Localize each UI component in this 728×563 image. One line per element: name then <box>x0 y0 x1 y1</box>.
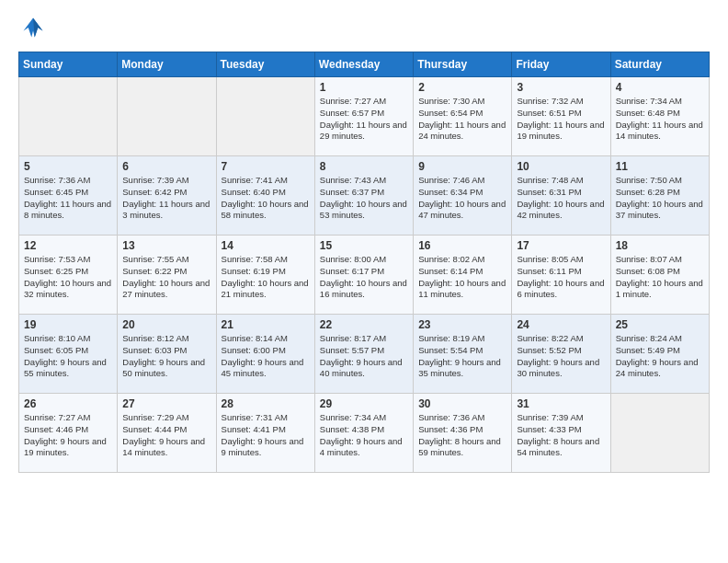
day-info: Sunrise: 8:22 AMSunset: 5:52 PMDaylight:… <box>517 333 605 380</box>
day-info: Sunrise: 7:31 AMSunset: 4:41 PMDaylight:… <box>222 412 310 459</box>
day-info: Sunrise: 8:12 AMSunset: 6:03 PMDaylight:… <box>122 333 210 380</box>
day-number: 25 <box>616 318 704 331</box>
calendar-week-3: 19Sunrise: 8:10 AMSunset: 6:05 PMDayligh… <box>19 315 710 394</box>
day-info: Sunrise: 7:41 AMSunset: 6:40 PMDaylight:… <box>222 175 310 222</box>
day-info: Sunrise: 7:32 AMSunset: 6:51 PMDaylight:… <box>517 96 605 143</box>
calendar-cell: 29Sunrise: 7:34 AMSunset: 4:38 PMDayligh… <box>314 394 413 473</box>
day-number: 1 <box>320 81 408 94</box>
day-number: 16 <box>418 239 506 252</box>
day-info: Sunrise: 7:36 AMSunset: 4:36 PMDaylight:… <box>418 412 506 459</box>
calendar-cell: 26Sunrise: 7:27 AMSunset: 4:46 PMDayligh… <box>19 394 118 473</box>
day-info: Sunrise: 7:34 AMSunset: 6:48 PMDaylight:… <box>616 96 704 143</box>
day-info: Sunrise: 7:34 AMSunset: 4:38 PMDaylight:… <box>320 412 408 459</box>
day-info: Sunrise: 7:50 AMSunset: 6:28 PMDaylight:… <box>616 175 704 222</box>
day-info: Sunrise: 8:02 AMSunset: 6:14 PMDaylight:… <box>418 254 506 301</box>
day-info: Sunrise: 8:17 AMSunset: 5:57 PMDaylight:… <box>320 333 408 380</box>
weekday-header-friday: Friday <box>512 52 610 77</box>
calendar-cell: 24Sunrise: 8:22 AMSunset: 5:52 PMDayligh… <box>512 315 610 394</box>
calendar-cell: 17Sunrise: 8:05 AMSunset: 6:11 PMDayligh… <box>512 236 610 315</box>
day-number: 23 <box>418 318 506 331</box>
calendar-body: 1Sunrise: 7:27 AMSunset: 6:57 PMDaylight… <box>19 77 710 473</box>
weekday-header-sunday: Sunday <box>19 52 118 77</box>
day-info: Sunrise: 7:29 AMSunset: 4:44 PMDaylight:… <box>122 412 210 459</box>
day-info: Sunrise: 7:55 AMSunset: 6:22 PMDaylight:… <box>122 254 210 301</box>
day-info: Sunrise: 7:43 AMSunset: 6:37 PMDaylight:… <box>320 175 408 222</box>
day-info: Sunrise: 7:27 AMSunset: 4:46 PMDaylight:… <box>24 412 112 459</box>
day-info: Sunrise: 8:07 AMSunset: 6:08 PMDaylight:… <box>616 254 704 301</box>
weekday-header-thursday: Thursday <box>414 52 512 77</box>
calendar-cell <box>216 77 314 156</box>
calendar-cell: 12Sunrise: 7:53 AMSunset: 6:25 PMDayligh… <box>19 236 118 315</box>
calendar-cell: 20Sunrise: 8:12 AMSunset: 6:03 PMDayligh… <box>118 315 216 394</box>
day-number: 24 <box>517 318 605 331</box>
calendar-cell: 2Sunrise: 7:30 AMSunset: 6:54 PMDaylight… <box>414 77 512 156</box>
weekday-header-row: SundayMondayTuesdayWednesdayThursdayFrid… <box>19 52 710 77</box>
day-info: Sunrise: 8:14 AMSunset: 6:00 PMDaylight:… <box>222 333 310 380</box>
day-number: 9 <box>418 160 506 173</box>
day-info: Sunrise: 7:30 AMSunset: 6:54 PMDaylight:… <box>418 96 506 143</box>
day-info: Sunrise: 7:48 AMSunset: 6:31 PMDaylight:… <box>517 175 605 222</box>
day-number: 7 <box>222 160 310 173</box>
day-number: 27 <box>122 397 210 410</box>
day-number: 14 <box>222 239 310 252</box>
day-number: 15 <box>320 239 408 252</box>
day-number: 30 <box>418 397 506 410</box>
calendar-cell: 11Sunrise: 7:50 AMSunset: 6:28 PMDayligh… <box>610 156 709 236</box>
day-number: 5 <box>24 160 112 173</box>
day-number: 20 <box>122 318 210 331</box>
day-info: Sunrise: 8:05 AMSunset: 6:11 PMDaylight:… <box>517 254 605 301</box>
day-number: 29 <box>320 397 408 410</box>
day-info: Sunrise: 8:19 AMSunset: 5:54 PMDaylight:… <box>418 333 506 380</box>
day-number: 2 <box>418 81 506 94</box>
day-info: Sunrise: 8:10 AMSunset: 6:05 PMDaylight:… <box>24 333 112 380</box>
calendar-cell: 9Sunrise: 7:46 AMSunset: 6:34 PMDaylight… <box>414 156 512 236</box>
day-info: Sunrise: 8:24 AMSunset: 5:49 PMDaylight:… <box>616 333 704 380</box>
day-info: Sunrise: 7:27 AMSunset: 6:57 PMDaylight:… <box>320 96 408 143</box>
calendar-cell: 6Sunrise: 7:39 AMSunset: 6:42 PMDaylight… <box>118 156 216 236</box>
day-number: 3 <box>517 81 605 94</box>
calendar-week-1: 5Sunrise: 7:36 AMSunset: 6:45 PMDaylight… <box>19 156 710 236</box>
calendar-cell: 19Sunrise: 8:10 AMSunset: 6:05 PMDayligh… <box>19 315 118 394</box>
calendar-cell: 13Sunrise: 7:55 AMSunset: 6:22 PMDayligh… <box>118 236 216 315</box>
calendar-cell: 10Sunrise: 7:48 AMSunset: 6:31 PMDayligh… <box>512 156 610 236</box>
day-info: Sunrise: 7:58 AMSunset: 6:19 PMDaylight:… <box>222 254 310 301</box>
calendar-cell: 18Sunrise: 8:07 AMSunset: 6:08 PMDayligh… <box>610 236 709 315</box>
calendar-cell: 25Sunrise: 8:24 AMSunset: 5:49 PMDayligh… <box>610 315 709 394</box>
calendar-cell: 16Sunrise: 8:02 AMSunset: 6:14 PMDayligh… <box>414 236 512 315</box>
day-info: Sunrise: 7:36 AMSunset: 6:45 PMDaylight:… <box>24 175 112 222</box>
day-number: 6 <box>122 160 210 173</box>
calendar-cell: 22Sunrise: 8:17 AMSunset: 5:57 PMDayligh… <box>314 315 413 394</box>
weekday-header-monday: Monday <box>118 52 216 77</box>
svg-marker-1 <box>33 18 43 38</box>
day-info: Sunrise: 7:39 AMSunset: 6:42 PMDaylight:… <box>122 175 210 222</box>
calendar-cell: 14Sunrise: 7:58 AMSunset: 6:19 PMDayligh… <box>216 236 314 315</box>
weekday-header-saturday: Saturday <box>610 52 709 77</box>
day-number: 21 <box>222 318 310 331</box>
calendar-cell <box>19 77 118 156</box>
calendar-cell: 15Sunrise: 8:00 AMSunset: 6:17 PMDayligh… <box>314 236 413 315</box>
day-number: 17 <box>517 239 605 252</box>
calendar-week-2: 12Sunrise: 7:53 AMSunset: 6:25 PMDayligh… <box>19 236 710 315</box>
calendar-cell <box>118 77 216 156</box>
calendar-cell: 3Sunrise: 7:32 AMSunset: 6:51 PMDaylight… <box>512 77 610 156</box>
calendar-cell: 7Sunrise: 7:41 AMSunset: 6:40 PMDaylight… <box>216 156 314 236</box>
calendar-cell: 31Sunrise: 7:39 AMSunset: 4:33 PMDayligh… <box>512 394 610 473</box>
calendar-cell: 5Sunrise: 7:36 AMSunset: 6:45 PMDaylight… <box>19 156 118 236</box>
day-number: 4 <box>616 81 704 94</box>
calendar-week-0: 1Sunrise: 7:27 AMSunset: 6:57 PMDaylight… <box>19 77 710 156</box>
page: SundayMondayTuesdayWednesdayThursdayFrid… <box>0 0 728 488</box>
calendar-cell: 4Sunrise: 7:34 AMSunset: 6:48 PMDaylight… <box>610 77 709 156</box>
day-number: 22 <box>320 318 408 331</box>
weekday-header-tuesday: Tuesday <box>216 52 314 77</box>
day-number: 12 <box>24 239 112 252</box>
calendar-table: SundayMondayTuesdayWednesdayThursdayFrid… <box>18 52 710 473</box>
calendar-cell: 21Sunrise: 8:14 AMSunset: 6:00 PMDayligh… <box>216 315 314 394</box>
day-number: 26 <box>24 397 112 410</box>
logo-icon <box>18 15 48 40</box>
calendar-cell: 23Sunrise: 8:19 AMSunset: 5:54 PMDayligh… <box>414 315 512 394</box>
day-info: Sunrise: 7:46 AMSunset: 6:34 PMDaylight:… <box>418 175 506 222</box>
day-number: 8 <box>320 160 408 173</box>
day-number: 19 <box>24 318 112 331</box>
calendar-cell: 1Sunrise: 7:27 AMSunset: 6:57 PMDaylight… <box>314 77 413 156</box>
calendar-cell <box>610 394 709 473</box>
